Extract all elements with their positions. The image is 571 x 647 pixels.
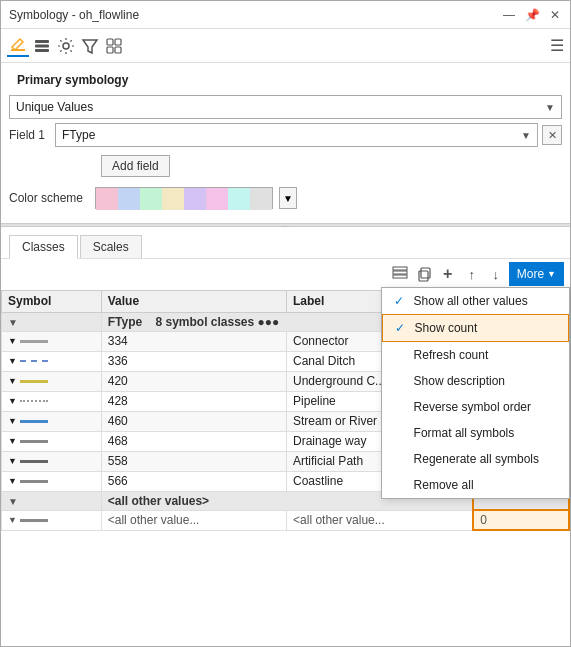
clear-field-button[interactable]: ✕ — [542, 125, 562, 145]
tab-classes[interactable]: Classes — [9, 235, 78, 259]
menu-format-all-symbols[interactable]: Format all symbols — [382, 420, 569, 446]
field1-row: Field 1 FType ▼ ✕ — [9, 123, 562, 147]
other-values-row[interactable]: ▼ <all other value... <all other value..… — [2, 510, 570, 530]
more-btn-arrow-icon: ▼ — [547, 269, 556, 279]
field1-dropdown[interactable]: FType ▼ — [55, 123, 538, 147]
copy-icon[interactable] — [413, 263, 435, 285]
cell-symbol: ▼ — [2, 351, 102, 371]
color-chip-2 — [118, 188, 140, 210]
window-title: Symbology - oh_flowline — [9, 8, 139, 22]
table-view-icon[interactable] — [389, 263, 411, 285]
row-arrow-icon: ▼ — [8, 416, 17, 426]
row-arrow-icon: ▼ — [8, 376, 17, 386]
cell-symbol: ▼ — [2, 431, 102, 451]
export-icon[interactable] — [103, 35, 125, 57]
menu-reverse-symbol-order[interactable]: Reverse symbol order — [382, 394, 569, 420]
other-symbol-cell: ▼ — [2, 510, 102, 530]
cell-value: 336 — [101, 351, 286, 371]
cell-symbol: ▼ — [2, 391, 102, 411]
cell-value: 428 — [101, 391, 286, 411]
color-chip-4 — [162, 188, 184, 210]
other-value-left: <all other value... — [101, 510, 286, 530]
checkmark-icon: ✓ — [394, 294, 408, 308]
row-arrow-icon: ▼ — [8, 456, 17, 466]
svg-point-5 — [63, 43, 69, 49]
color-strip-dropdown-button[interactable]: ▼ — [279, 187, 297, 209]
color-strip[interactable] — [95, 187, 273, 209]
col-value: Value — [101, 290, 286, 312]
cell-symbol: ▼ — [2, 411, 102, 431]
symbol-line-icon — [20, 420, 48, 423]
group-expand[interactable]: ▼ — [2, 312, 102, 331]
symbol-line-icon — [20, 360, 48, 363]
menu-regenerate-all-symbols[interactable]: Regenerate all symbols — [382, 446, 569, 472]
svg-rect-15 — [421, 268, 430, 278]
color-chip-3 — [140, 188, 162, 210]
move-down-icon[interactable]: ↓ — [485, 263, 507, 285]
symbology-type-dropdown[interactable]: Unique Values ▼ — [9, 95, 562, 119]
cell-symbol: ▼ — [2, 471, 102, 491]
tab-scales[interactable]: Scales — [80, 235, 142, 258]
col-symbol: Symbol — [2, 290, 102, 312]
menu-remove-all[interactable]: Remove all — [382, 472, 569, 498]
main-toolbar: ☰ — [1, 29, 570, 63]
cell-value: 558 — [101, 451, 286, 471]
symbol-line-icon — [20, 380, 48, 383]
other-count: 0 — [473, 510, 569, 530]
add-field-button[interactable]: Add field — [101, 155, 170, 177]
symbol-line-icon — [20, 440, 48, 443]
other-value-right: <all other value... — [287, 510, 474, 530]
svg-rect-13 — [393, 275, 407, 278]
svg-rect-4 — [35, 49, 49, 52]
window-controls: — 📌 ✕ — [501, 8, 562, 22]
symbology-type-row: Unique Values ▼ — [9, 95, 562, 119]
svg-rect-2 — [35, 40, 49, 43]
svg-marker-6 — [83, 40, 97, 53]
row-arrow-icon: ▼ — [8, 476, 17, 486]
close-button[interactable]: ✕ — [548, 8, 562, 22]
menu-refresh-count[interactable]: Refresh count — [382, 342, 569, 368]
group-expand-other[interactable]: ▼ — [2, 491, 102, 510]
color-chip-6 — [206, 188, 228, 210]
field1-label: Field 1 — [9, 128, 51, 142]
menu-show-all-other-values[interactable]: ✓ Show all other values — [382, 288, 569, 314]
menu-show-description[interactable]: Show description — [382, 368, 569, 394]
settings-icon[interactable] — [55, 35, 77, 57]
row-arrow-icon: ▼ — [8, 336, 17, 346]
row-arrow-icon: ▼ — [8, 356, 17, 366]
more-dropdown-menu: ✓ Show all other values ✓ Show count Ref… — [381, 287, 570, 499]
pin-button[interactable]: 📌 — [523, 8, 542, 22]
layers-icon[interactable] — [31, 35, 53, 57]
color-scheme-row: Color scheme ▼ — [9, 187, 562, 209]
cell-symbol: ▼ — [2, 451, 102, 471]
edit-icon[interactable] — [7, 35, 29, 57]
main-window: Symbology - oh_flowline — 📌 ✕ ☰ Primary … — [0, 0, 571, 647]
symbol-line-icon — [20, 340, 48, 343]
move-up-icon[interactable]: ↑ — [461, 263, 483, 285]
svg-rect-10 — [115, 47, 121, 53]
svg-rect-11 — [393, 267, 407, 270]
add-icon[interactable]: + — [437, 263, 459, 285]
resize-divider[interactable]: ··· — [1, 223, 570, 227]
filter-icon[interactable] — [79, 35, 101, 57]
section-label: Primary symbology — [9, 67, 562, 91]
cell-value: 334 — [101, 331, 286, 351]
minimize-button[interactable]: — — [501, 8, 517, 22]
symbol-line-icon — [20, 400, 48, 403]
cell-value: 420 — [101, 371, 286, 391]
cell-value: 468 — [101, 431, 286, 451]
svg-rect-12 — [393, 271, 407, 274]
row-arrow-icon: ▼ — [8, 436, 17, 446]
more-button[interactable]: More ▼ — [509, 262, 564, 286]
svg-rect-7 — [107, 39, 113, 45]
cell-symbol: ▼ — [2, 331, 102, 351]
color-scheme-label: Color scheme — [9, 191, 89, 205]
svg-rect-3 — [35, 44, 49, 47]
cell-value: 460 — [101, 411, 286, 431]
menu-show-count[interactable]: ✓ Show count — [382, 314, 569, 342]
title-bar: Symbology - oh_flowline — 📌 ✕ — [1, 1, 570, 29]
checkmark-icon: ✓ — [395, 321, 409, 335]
color-chip-1 — [96, 188, 118, 210]
svg-rect-8 — [115, 39, 121, 45]
hamburger-menu[interactable]: ☰ — [550, 36, 564, 55]
